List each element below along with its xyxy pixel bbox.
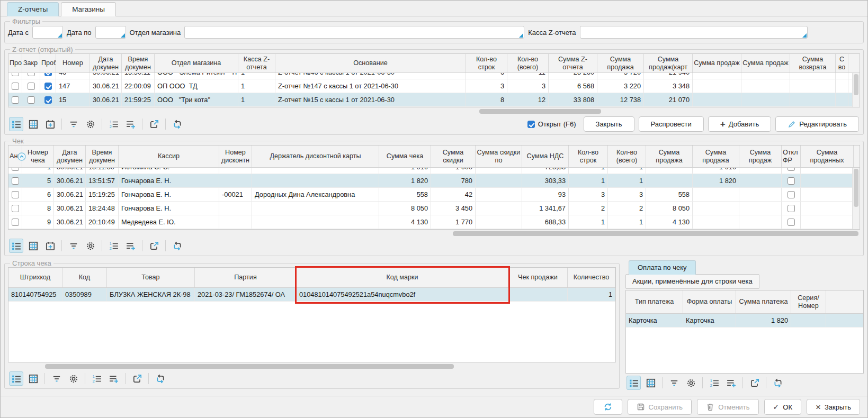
tab-stores[interactable]: Магазины: [61, 2, 116, 16]
column-header[interactable]: Дата докумен: [54, 146, 86, 167]
column-header[interactable]: Чек продажи: [508, 268, 568, 287]
table-row[interactable]: 830.06.2118:24:48Гончарова Е. Н.8 0503 4…: [8, 202, 860, 215]
row-checkbox[interactable]: [788, 168, 795, 171]
column-header[interactable]: Сумма платежа: [736, 290, 791, 313]
close-button[interactable]: ×Закрыть: [807, 399, 860, 415]
vertical-scrollbar-thumb[interactable]: [854, 74, 858, 95]
vertical-scrollbar-thumb[interactable]: [854, 169, 858, 207]
column-header[interactable]: Закр: [22, 54, 40, 72]
gear-icon[interactable]: [83, 117, 97, 131]
column-header[interactable]: Сумма продаж: [739, 146, 782, 167]
column-header[interactable]: Кол-во строк: [466, 54, 507, 72]
column-header[interactable]: Серия/ Номер: [791, 290, 826, 313]
horizontal-scrollbar-thumb[interactable]: [45, 364, 454, 369]
external-link-icon[interactable]: [147, 239, 161, 253]
filter-icon[interactable]: [66, 239, 80, 253]
edit-button[interactable]: Редактировать: [775, 116, 859, 132]
column-header[interactable]: Сумма возврата: [790, 54, 836, 72]
external-link-icon[interactable]: [147, 117, 161, 131]
column-header[interactable]: Проб: [40, 54, 56, 72]
table-row[interactable]: 930.06.2120:10:49Медведева Е. Ю.4 1301 7…: [8, 215, 860, 229]
cancel-button[interactable]: Отменить: [697, 399, 758, 415]
column-header[interactable]: Штрихкод: [8, 268, 62, 287]
table-row[interactable]: 530.06.2113:51:57Гончарова Е. Н.1 820780…: [8, 174, 860, 188]
refresh-loop-icon[interactable]: [153, 371, 167, 386]
tab-promotions-for-check-line[interactable]: Акции, применённые для строки чека: [625, 274, 759, 289]
column-header[interactable]: Отдел магазина: [155, 54, 238, 72]
column-header[interactable]: Время докумен: [122, 54, 155, 72]
column-header[interactable]: Кол-во (всего): [608, 146, 646, 167]
refresh-loop-icon[interactable]: [170, 239, 184, 253]
column-header[interactable]: Касса Z-отчета: [238, 54, 275, 72]
column-header[interactable]: Сумма Z-отчета: [549, 54, 597, 72]
close-zreport-button[interactable]: Закрыть: [584, 116, 634, 132]
tab-z-reports[interactable]: Z-отчеты: [7, 2, 59, 16]
filter-icon[interactable]: [667, 376, 681, 390]
list-view-icon[interactable]: [627, 376, 641, 390]
add-list-icon[interactable]: [724, 376, 738, 390]
vertical-scrollbar[interactable]: [852, 168, 860, 229]
column-header[interactable]: Сумма продаж: [693, 54, 741, 72]
row-checkbox[interactable]: [12, 205, 19, 212]
calendar-icon[interactable]: [43, 239, 57, 253]
numbered-list-icon[interactable]: 12: [106, 239, 121, 253]
add-list-icon[interactable]: [123, 239, 138, 253]
row-checkbox[interactable]: [28, 96, 35, 104]
column-header[interactable]: Сумма чека: [379, 146, 431, 167]
column-header[interactable]: Тип платежа: [626, 290, 683, 313]
column-header[interactable]: Дата докумен: [90, 54, 122, 72]
column-header[interactable]: Сумма продаж: [741, 54, 790, 72]
column-header[interactable]: Товар: [107, 268, 195, 287]
column-header[interactable]: Основание: [275, 54, 466, 72]
column-header[interactable]: Код марки: [297, 268, 508, 287]
row-checkbox[interactable]: [788, 205, 795, 212]
row-checkbox[interactable]: [788, 177, 795, 185]
store-dept-input[interactable]: [184, 26, 524, 39]
add-button[interactable]: +Добавить: [708, 116, 771, 132]
save-button[interactable]: Сохранить: [628, 399, 692, 415]
column-header[interactable]: Сумма продаж(карт: [644, 54, 693, 72]
row-checkbox[interactable]: [28, 83, 35, 90]
refresh-button[interactable]: [594, 399, 622, 415]
column-header[interactable]: С во: [836, 54, 848, 72]
filter-icon[interactable]: [66, 117, 80, 131]
calendar-icon[interactable]: [43, 117, 57, 131]
open-f6-checkbox[interactable]: Открыт (F6): [527, 120, 576, 128]
numbered-list-icon[interactable]: 12: [106, 117, 121, 131]
horizontal-scrollbar-thumb[interactable]: [453, 231, 858, 236]
column-header[interactable]: Откл ФР: [782, 146, 801, 167]
vertical-scrollbar[interactable]: [852, 73, 860, 107]
row-checkbox[interactable]: [44, 96, 52, 104]
list-view-icon[interactable]: [9, 117, 23, 131]
table-row[interactable]: КарточкаКарточка1 820: [626, 314, 863, 328]
gear-icon[interactable]: [66, 371, 80, 386]
column-header[interactable]: Номер чека: [22, 146, 54, 167]
add-list-icon[interactable]: [123, 117, 138, 131]
row-checkbox[interactable]: [12, 83, 19, 90]
table-row[interactable]: 4630.06.2113:50:11ООО "Элема Ритейл" ТП1…: [8, 73, 860, 79]
zreport-hscrollbar[interactable]: [8, 108, 860, 114]
refresh-loop-icon[interactable]: [170, 117, 184, 131]
refresh-loop-icon[interactable]: [771, 376, 785, 390]
numbered-list-icon[interactable]: 12: [90, 371, 104, 386]
cash-register-input[interactable]: [580, 26, 808, 39]
column-header[interactable]: Форма оплаты: [683, 290, 736, 313]
row-checkbox[interactable]: [12, 219, 19, 226]
column-header[interactable]: Партия: [195, 268, 297, 287]
column-header[interactable]: Кол-во строк: [569, 146, 608, 167]
row-checkbox[interactable]: [44, 73, 52, 76]
table-row[interactable]: 630.06.2115:19:25Гончарова Е. Н.-00021До…: [8, 188, 860, 202]
ok-button[interactable]: ✓ОК: [764, 399, 801, 415]
grid-icon[interactable]: [26, 371, 40, 386]
check-hscrollbar[interactable]: [8, 231, 860, 237]
column-header[interactable]: Сумма проданных: [801, 146, 854, 167]
row-checkbox[interactable]: [44, 83, 52, 90]
gear-icon[interactable]: [684, 376, 698, 390]
row-checkbox[interactable]: [12, 177, 19, 185]
row-checkbox[interactable]: [12, 191, 19, 198]
column-header[interactable]: Кассир: [119, 146, 219, 167]
table-row[interactable]: 1530.06.2121:59:25ООО "Три кота"1Z-отчет…: [8, 93, 860, 107]
column-header[interactable]: Сумма продажа: [693, 146, 739, 167]
tab-payment-by-check[interactable]: Оплата по чеку: [629, 260, 696, 275]
filter-icon[interactable]: [49, 371, 64, 386]
